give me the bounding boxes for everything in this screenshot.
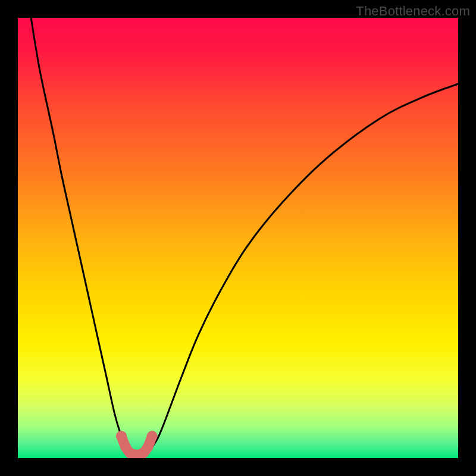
- right-curve: [148, 84, 458, 453]
- plot-area: [18, 18, 458, 458]
- chart-layer: [18, 18, 458, 458]
- marker-dot: [147, 431, 158, 441]
- outer-frame: TheBottleneck.com: [0, 0, 476, 476]
- marker-dot: [116, 431, 127, 441]
- marker-dot: [142, 442, 153, 453]
- watermark-text: TheBottleneck.com: [356, 4, 470, 19]
- bottom-markers: [116, 431, 158, 458]
- left-curve: [31, 18, 130, 453]
